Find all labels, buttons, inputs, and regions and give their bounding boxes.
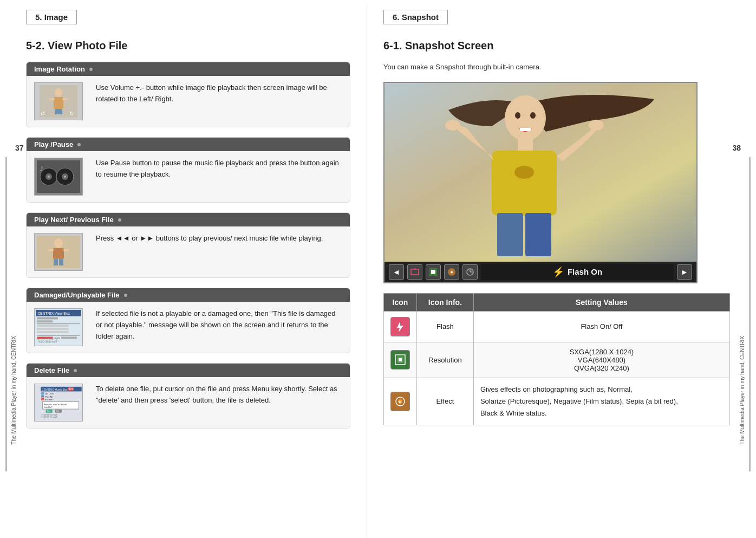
rotation-description: Use Volume +.- button while image file p… (96, 82, 342, 105)
svg-rect-2 (54, 97, 63, 109)
snapshot-photo-wrapper: ◄ ✦ ⚡ Flash On ► (383, 82, 698, 283)
table-header-values: Setting Values (473, 293, 729, 311)
rotation-image: ↺ ↻ (34, 82, 83, 120)
svg-point-18 (54, 238, 63, 248)
right-arrow-btn[interactable]: ► (677, 264, 692, 280)
flash-label-display: ⚡ Flash On (481, 264, 674, 280)
feature-next-prev: Play Next/ Previous File (26, 212, 350, 278)
flash-icon-image (390, 317, 410, 336)
effect-icon-image: ✦ (390, 392, 410, 411)
svg-rect-30 (37, 325, 68, 327)
svg-text:CENTRIX  View Box: CENTRIX View Box (37, 312, 70, 315)
ctrl-icon-1[interactable] (407, 264, 422, 280)
svg-rect-6 (58, 109, 62, 114)
svg-text:↻: ↻ (69, 111, 74, 116)
svg-marker-71 (413, 268, 417, 269)
svg-point-12 (48, 176, 50, 178)
svg-text:거경이오선.mp3: 거경이오선.mp3 (37, 340, 57, 343)
resolution-values-cell: SXGA(1280 X 1024) VGA(640X480) QVGA(320 … (473, 342, 729, 378)
svg-text:J: J (40, 165, 43, 173)
ctrl-icon-3[interactable]: ✦ (444, 264, 459, 280)
svg-rect-43 (41, 392, 44, 394)
flash-icon: ⚡ (552, 266, 564, 278)
svg-rect-61 (492, 151, 557, 216)
svg-rect-45 (41, 395, 44, 397)
dot-decoration-4 (124, 294, 127, 297)
svg-text:No: No (56, 410, 60, 412)
feature-playpause-body: J Use Pause button to pause the music fi… (27, 151, 350, 202)
ctrl-icon-4[interactable] (462, 264, 478, 280)
svg-rect-5 (55, 109, 58, 114)
delete-icon-box: CENTRIX Music Box 421 Up Level Play All … (34, 384, 88, 422)
playpause-description: Use Pause button to pause the music file… (96, 158, 342, 180)
left-arrow-btn[interactable]: ◄ (389, 264, 404, 280)
feature-image-rotation: Image Rotation (26, 62, 350, 127)
table-row-resolution: Resolution SXGA(1280 X 1024) VGA(640X480… (384, 342, 730, 378)
feature-damaged-body: CENTRIX View Box 선택하이오선.mp3 거경이오선.mp (27, 302, 350, 353)
resolution-icon-image (390, 350, 410, 370)
svg-text:선택하이오선.mp3: 선택하이오선.mp3 (37, 337, 60, 340)
playpause-icon-box: J (34, 158, 88, 196)
svg-rect-66 (525, 213, 551, 256)
svg-text:CENTRIX  Music Box: CENTRIX Music Box (42, 388, 68, 391)
feature-delete: Delete File CENTRIX Music Box 421 (26, 363, 350, 429)
svg-point-68 (530, 112, 536, 119)
svg-rect-27 (37, 317, 58, 320)
svg-text:↺: ↺ (41, 111, 45, 116)
ctrl-icon-2[interactable] (426, 264, 441, 280)
table-header-icon: Icon (384, 293, 417, 311)
svg-text:거경이오선.mp3: 거경이오선.mp3 (41, 416, 57, 418)
feature-nextprev-header: Play Next/ Previous File (27, 213, 350, 226)
feature-delete-body: CENTRIX Music Box 421 Up Level Play All … (27, 377, 350, 428)
right-section-header: 6. Snapshot (383, 10, 448, 24)
svg-rect-33 (37, 335, 80, 336)
svg-rect-65 (497, 213, 523, 256)
svg-rect-69 (520, 128, 531, 131)
flash-values-cell: Flash On/ Off (473, 311, 729, 342)
svg-text:Play All: Play All (45, 396, 53, 398)
effect-info-cell: Effect (417, 378, 474, 425)
svg-rect-47 (41, 398, 44, 400)
left-side-text: The Multimedia Player in my hand, CENTRI… (11, 336, 17, 445)
flash-label-text: Flash On (568, 267, 602, 276)
playpause-header-text: Play /Pause (34, 140, 73, 148)
left-sub-title: 5-2. View Photo File (26, 40, 350, 52)
page-number-left: 37 (15, 144, 24, 152)
delete-header-text: Delete File (34, 366, 69, 374)
right-column: 6. Snapshot 6-1. Snapshot Screen You can… (367, 4, 735, 538)
flash-info-cell: Flash (417, 311, 474, 342)
svg-rect-22 (54, 259, 58, 265)
svg-text:Ask you sure to delete: Ask you sure to delete (44, 403, 67, 406)
dot-decoration-3 (118, 218, 121, 222)
svg-rect-20 (48, 249, 54, 251)
icon-table: Icon Icon Info. Setting Values Flash Fla… (383, 293, 730, 425)
rotation-icon-box: ↺ ↻ (34, 82, 88, 120)
table-header-info: Icon Info. (417, 293, 474, 311)
nextprev-image (34, 233, 83, 271)
table-row-effect: ✦ Effect Gives effects on photographing … (384, 378, 730, 425)
svg-point-63 (445, 120, 460, 131)
dot-decoration (89, 68, 93, 71)
svg-point-67 (515, 112, 520, 119)
svg-rect-35 (61, 336, 77, 339)
resolution-icon-cell (384, 342, 417, 378)
svg-text:this file?: this file? (44, 406, 53, 409)
svg-rect-70 (411, 269, 419, 275)
svg-rect-32 (37, 331, 68, 333)
nextprev-icon-box (34, 233, 88, 271)
right-sub-title: 6-1. Snapshot Screen (383, 40, 730, 52)
left-vertical-bar (5, 157, 7, 471)
resolution-info-cell: Resolution (417, 342, 474, 378)
delete-image: CENTRIX Music Box 421 Up Level Play All … (34, 384, 83, 422)
svg-point-62 (514, 166, 534, 179)
playpause-image: J (34, 158, 83, 196)
svg-rect-29 (37, 323, 80, 324)
damaged-image: CENTRIX View Box 선택하이오선.mp3 거경이오선.mp (34, 308, 83, 346)
svg-text:Yes: Yes (47, 410, 50, 412)
damaged-description: If selected file is not a playable or a … (96, 308, 342, 342)
right-side-text: The Multimedia Player in my hand, CENTRI… (739, 336, 745, 445)
feature-nextprev-body: Press ◄◄ or ►► buttons to play previous/… (27, 226, 350, 277)
svg-rect-23 (59, 259, 63, 265)
svg-rect-73 (431, 270, 435, 274)
feature-rotation-body: ↺ ↻ Use Volume +.- button while image fi… (27, 76, 350, 127)
